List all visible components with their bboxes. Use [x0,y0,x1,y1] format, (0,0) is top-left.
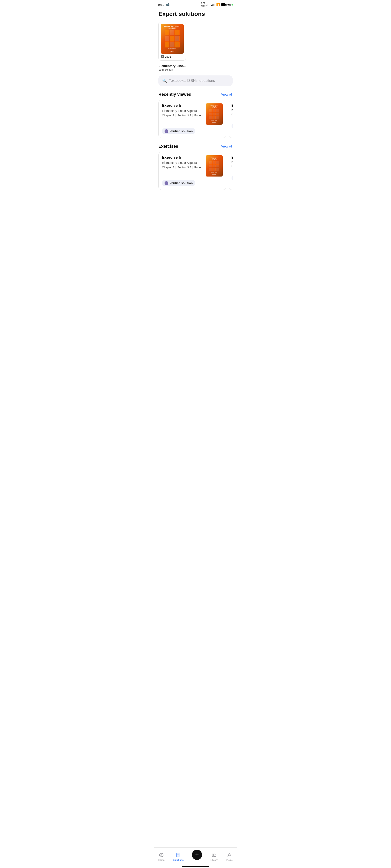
wifi-icon: 📶 [216,3,220,6]
status-icons: 0.07 KB/s 📶 96% [201,2,233,7]
exercises-cards: Exercise b Elementary Linear Algebra Cha… [158,152,233,190]
meta-divider: | [192,166,193,169]
thumb-title: ELEMENTARYLINEARALGEBRA [206,104,223,108]
partial-book: Elemen [232,109,233,112]
recently-viewed-cards: Exercise b Elementary Linear Algebra Cha… [158,100,233,138]
verified-solution-badge: ✓ Verified solution [162,128,195,134]
card-book-title: Elementary Linear Algebra [162,109,203,113]
page: Page... [194,114,203,117]
book-publisher-overlay: WILEY [161,51,184,52]
partial-verified-badge: ✓ V... [232,123,233,129]
card-text: Exercise b Elementary Linear Algebra Cha… [162,103,203,125]
book-solution-count: ✓ 2932 [161,55,184,58]
signal-bar [209,4,209,6]
exercise-card-thumbnail: ELEMENTARYLINEARALGEBRA How [206,155,223,177]
thumb-bg: ELEMENTARYLINEARALGEBRA How [206,103,223,125]
thumb-publisher: WILEY [206,122,223,123]
signal-bar [208,4,208,6]
exercises-header: Exercises View all [158,144,233,149]
card-meta: Chapter 3 | Section 3.3 | Page... [162,114,203,117]
status-bar: 9:19 📹 0.07 KB/s 📶 96% [154,0,237,8]
solution-count: 2932 [165,55,171,58]
exercise-thumb-author: Howard Anton [206,172,223,173]
exercise-card-meta: Chapter 3 | Section 3.3 | Page... [162,166,203,169]
partial-chapter: Chapte [232,113,233,116]
exercise-title: Exercise b [162,103,203,108]
signal-bar [212,4,213,6]
signal-bars-2 [211,4,215,6]
recently-viewed-title: Recently viewed [158,92,191,97]
featured-book-name: Elementary Line... [158,64,233,68]
exercises-title: Exercises [158,144,178,149]
exercise-partial-title: Exerc [232,155,233,160]
exercise-card-inner: Exercise b Elementary Linear Algebra Cha… [162,155,223,177]
search-bar[interactable]: 🔍 Textbooks, ISBNs, questions [158,75,233,86]
battery: 96% [221,3,233,6]
signal-bar [213,4,214,6]
book-cover-grid [163,28,181,49]
exercise-partial-verified: ✓ V... [232,175,233,181]
chapter: Chapter 3 [162,114,174,117]
exercise-thumb-title: ELEMENTARYLINEARALGEBRA [206,156,223,160]
page-title: Expert solutions [158,10,233,18]
featured-book-edition: 11th Edition [158,68,233,71]
meta-divider: | [192,114,193,117]
exercise-thumb-bg: ELEMENTARYLINEARALGEBRA How [206,155,223,177]
signal-bar [215,4,215,6]
verified-icon: ✓ [164,129,168,133]
book-cover-bg: ELEMENTARY LINEAR ALGEBRA Howard Anton W… [161,24,184,54]
exercise-card-1[interactable]: Exercise b Elementary Linear Algebra Cha… [158,152,226,190]
book-cover: ELEMENTARY LINEAR ALGEBRA Howard Anton W… [161,24,184,54]
exercise-card-title: Exercise b [162,155,203,160]
time: 9:19 [158,3,164,6]
exercise-partial-book: Elemen [232,161,233,164]
signal-bar [210,4,210,6]
thumb-grid [208,107,220,120]
recently-viewed-header: Recently viewed View all [158,92,233,97]
verified-label: Verified solution [170,129,193,133]
recently-viewed-view-all[interactable]: View all [221,93,233,96]
badge-icon: ✓ [161,55,164,58]
exercise-verified-badge: ✓ Verified solution [162,180,195,186]
camera-icon: 📹 [166,3,170,6]
exercise-chapter: Chapter 3 [162,166,174,169]
book-author-overlay: Howard Anton [161,48,184,49]
signal-bars-1 [207,4,210,6]
thumb-author: Howard Anton [206,120,223,121]
exercises-view-all[interactable]: View all [221,145,233,148]
exercise-verified-label: Verified solution [170,181,193,185]
recently-viewed-card-2-partial[interactable]: Exerc Elemen Chapte ✓ V... [229,100,233,138]
battery-icon [221,3,225,6]
card-inner: Exercise b Elementary Linear Algebra Cha… [162,103,223,125]
exercise-thumb-pub: WILEY [206,174,223,175]
meta-divider: | [175,114,176,117]
signal-bar [211,5,212,6]
search-placeholder: Textbooks, ISBNs, questions [169,79,215,83]
exercise-verified-icon: ✓ [164,181,168,185]
exercise-card-text: Exercise b Elementary Linear Algebra Cha… [162,155,203,177]
green-dot [232,4,233,5]
meta-divider: | [175,166,176,169]
exercise-card-book: Elementary Linear Algebra [162,161,203,164]
exercise-card-2-partial[interactable]: Exerc Elemen Chapte ✓ V... [229,152,233,190]
book-title-overlay: ELEMENTARY LINEAR ALGEBRA [161,25,184,29]
exercise-section: Section 3.3 [177,166,191,169]
search-icon: 🔍 [162,79,167,83]
battery-percent: 96% [226,3,231,6]
data-speed: 0.07 KB/s [201,2,206,7]
signal-bar [207,5,207,6]
featured-book-card[interactable]: ELEMENTARY LINEAR ALGEBRA Howard Anton W… [158,22,186,61]
recently-viewed-card-1[interactable]: Exercise b Elementary Linear Algebra Cha… [158,100,226,138]
exercise-partial-chapter: Chapte [232,165,233,167]
card-thumbnail: ELEMENTARYLINEARALGEBRA How [206,103,223,125]
exercise-page: Page... [194,166,203,169]
section: Section 3.3 [177,114,191,117]
exercise-thumb-grid [208,160,220,172]
partial-exercise-title: Exerc [232,103,233,108]
status-time-area: 9:19 📹 [158,3,170,6]
